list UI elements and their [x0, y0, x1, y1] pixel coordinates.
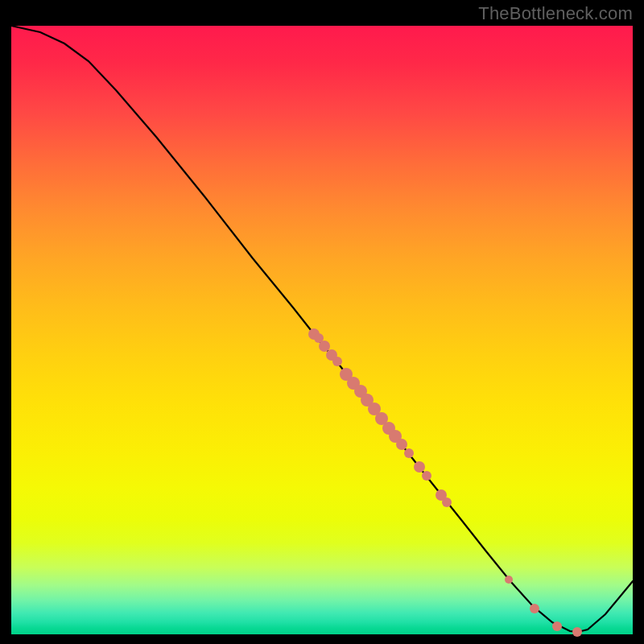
- data-point-dot: [505, 576, 513, 584]
- data-point-dot: [404, 448, 414, 458]
- data-point-dot: [552, 621, 562, 631]
- dot-layer: [308, 328, 582, 637]
- chart-svg: [11, 26, 633, 634]
- chart-plot-area: [11, 26, 633, 634]
- bottleneck-curve: [11, 26, 633, 632]
- data-point-dot: [414, 461, 425, 473]
- data-point-dot: [332, 357, 342, 366]
- attribution-text: TheBottleneck.com: [478, 3, 633, 24]
- data-point-dot: [572, 627, 582, 637]
- data-point-dot: [442, 497, 452, 507]
- data-point-dot: [530, 604, 539, 613]
- data-point-dot: [396, 439, 407, 450]
- data-point-dot: [422, 471, 431, 481]
- data-point-dot: [319, 341, 330, 352]
